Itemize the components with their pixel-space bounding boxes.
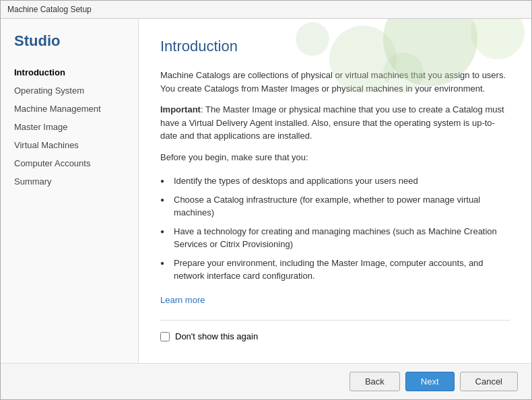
sidebar-item-introduction[interactable]: Introduction (1, 63, 138, 81)
sidebar-nav: Introduction Operating System Machine Ma… (1, 63, 138, 191)
bullet-item-1: Identify the types of desktops and appli… (160, 172, 510, 191)
footer: Back Next Cancel (1, 363, 531, 399)
sidebar: Studio Introduction Operating System Mac… (1, 19, 139, 363)
content-area: Studio Introduction Operating System Mac… (1, 19, 531, 363)
sidebar-item-master-image[interactable]: Master Image (1, 118, 138, 136)
main-content: Introduction Machine Catalogs are collec… (139, 19, 531, 363)
main-window: Machine Catalog Setup Studio Introductio… (0, 0, 532, 400)
sidebar-item-computer-accounts[interactable]: Computer Accounts (1, 154, 138, 172)
bullet-list: Identify the types of desktops and appli… (160, 172, 510, 286)
divider (160, 320, 510, 321)
next-button[interactable]: Next (405, 372, 455, 391)
bullet-item-2: Choose a Catalog infrastructure (for exa… (160, 191, 510, 222)
important-text: : The Master Image or physical machine t… (160, 104, 504, 141)
important-paragraph: Important: The Master Image or physical … (160, 103, 510, 143)
sidebar-title: Studio (1, 32, 138, 63)
dont-show-checkbox[interactable] (160, 332, 170, 341)
title-bar: Machine Catalog Setup (1, 1, 531, 19)
back-button[interactable]: Back (350, 372, 400, 391)
sidebar-item-machine-management[interactable]: Machine Management (1, 100, 138, 118)
bullet-item-4: Prepare your environment, including the … (160, 254, 510, 286)
sidebar-item-operating-system[interactable]: Operating System (1, 81, 138, 100)
intro-paragraph1: Machine Catalogs are collections of phys… (160, 69, 510, 95)
cancel-button[interactable]: Cancel (460, 372, 518, 391)
page-title: Introduction (160, 38, 510, 55)
sidebar-item-virtual-machines[interactable]: Virtual Machines (1, 136, 138, 154)
bullet-item-3: Have a technology for creating and manag… (160, 222, 510, 254)
checkbox-row: Don't show this again (160, 331, 510, 341)
dont-show-label: Don't show this again (175, 331, 258, 341)
main-body: Machine Catalogs are collections of phys… (160, 69, 510, 306)
important-label: Important (160, 104, 201, 114)
before-begin-text: Before you begin, make sure that you: (160, 151, 510, 164)
learn-more-link[interactable]: Learn more (160, 295, 205, 305)
sidebar-item-summary[interactable]: Summary (1, 172, 138, 191)
window-title: Machine Catalog Setup (7, 5, 92, 14)
